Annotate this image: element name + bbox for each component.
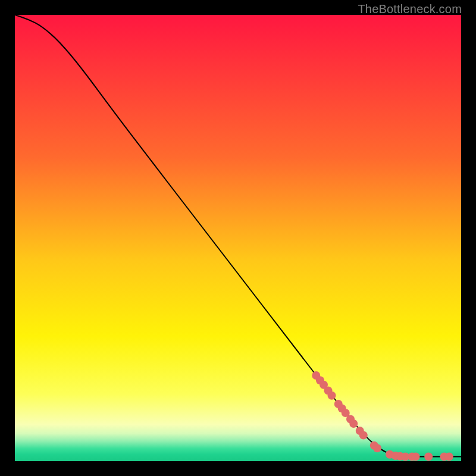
scatter-point bbox=[412, 453, 420, 461]
chart-frame: TheBottleneck.com bbox=[0, 0, 476, 476]
chart-plot-area bbox=[15, 15, 461, 461]
watermark-label: TheBottleneck.com bbox=[358, 2, 462, 16]
scatter-point bbox=[328, 392, 336, 400]
chart-background bbox=[15, 15, 461, 461]
chart-svg bbox=[15, 15, 461, 461]
scatter-point bbox=[424, 453, 433, 461]
scatter-point bbox=[373, 444, 381, 452]
scatter-point bbox=[445, 453, 453, 461]
scatter-point bbox=[349, 419, 358, 428]
scatter-point bbox=[359, 431, 368, 440]
